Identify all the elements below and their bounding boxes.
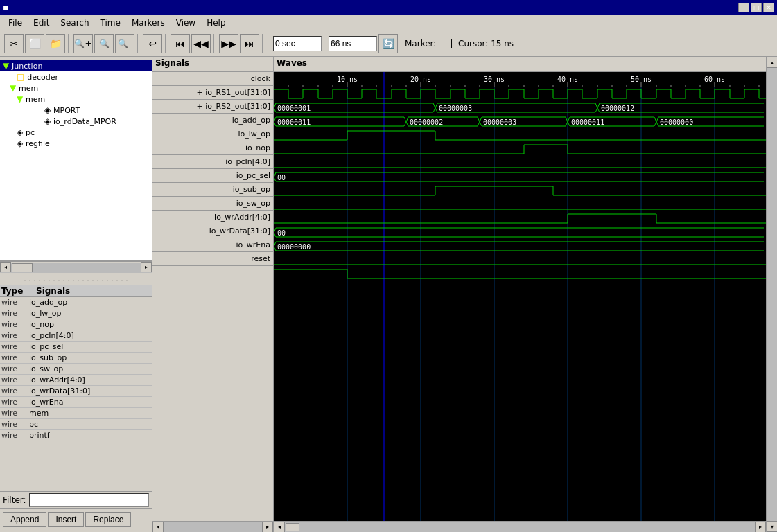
maximize-button[interactable]: □ xyxy=(751,3,762,12)
append-button[interactable]: Append xyxy=(3,512,46,527)
waves-scroll-thumb[interactable] xyxy=(286,523,299,531)
wave-signal-name: io_wrData[31:0] xyxy=(152,224,273,238)
menu-view[interactable]: View xyxy=(171,17,201,29)
waves-scroll-right[interactable]: ▸ xyxy=(755,522,766,533)
signal-name: io_wrAddr[4:0] xyxy=(29,375,150,384)
signal-type: wire xyxy=(1,364,29,373)
end-button[interactable]: ⏭ xyxy=(240,34,259,53)
insert-button[interactable]: Insert xyxy=(48,512,84,527)
signal-row[interactable]: wirepc xyxy=(0,419,152,430)
waves-vtrack[interactable] xyxy=(767,68,777,521)
to-input[interactable] xyxy=(329,36,377,51)
wave-signal-name: io_wrAddr[4:0] xyxy=(152,211,273,224)
sst-scroll-left[interactable]: ◂ xyxy=(0,262,11,273)
tree-item[interactable]: □ decoder xyxy=(0,71,152,82)
open-button[interactable]: 📁 xyxy=(46,34,65,53)
signal-row[interactable]: wireio_add_op xyxy=(0,297,152,308)
from-input[interactable] xyxy=(273,36,322,51)
tree-item[interactable]: ▼ mem xyxy=(0,94,152,105)
waves-canvas-container[interactable] xyxy=(274,72,766,521)
signal-type: wire xyxy=(1,398,29,407)
menu-markers[interactable]: Markers xyxy=(126,17,171,29)
sst-tree[interactable]: ▼ Junction□ decoder▼ mem▼ mem◈ MPORT◈ io… xyxy=(0,60,152,261)
waves-canvas[interactable] xyxy=(274,72,766,521)
replace-button[interactable]: Replace xyxy=(85,512,131,527)
signal-row[interactable]: wireio_sw_op xyxy=(0,364,152,375)
undo-button[interactable]: ↩ xyxy=(143,34,162,53)
sst-hscrollbar[interactable]: ◂ ▸ xyxy=(0,261,152,272)
tree-item[interactable]: ◈ regfile xyxy=(0,138,152,149)
wave-area: Signals clock+ io_RS1_out[31:0]+ io_RS2_… xyxy=(152,57,777,532)
tree-item[interactable]: ◈ io_rdData_MPOR xyxy=(0,116,152,127)
signal-type: wire xyxy=(1,431,29,440)
filter-input[interactable] xyxy=(29,493,149,507)
tree-item[interactable]: ▼ mem xyxy=(0,82,152,94)
zoom-out-button[interactable]: 🔍- xyxy=(115,34,134,53)
tree-item[interactable]: ▼ Junction xyxy=(0,60,152,71)
toolbar-sep1 xyxy=(68,34,71,53)
menu-edit[interactable]: Edit xyxy=(28,17,55,29)
signames-scroll-left[interactable]: ◂ xyxy=(152,522,164,533)
copy-button[interactable]: ⬜ xyxy=(25,34,44,53)
signal-type: wire xyxy=(1,309,29,318)
sst-scroll-thumb[interactable] xyxy=(12,263,33,273)
signal-row[interactable]: wireio_pcIn[4:0] xyxy=(0,330,152,342)
menubar: File Edit Search Time Markers View Help xyxy=(0,15,777,30)
signal-name: io_pc_sel xyxy=(29,342,150,351)
signames-scroll-track[interactable] xyxy=(164,522,262,532)
wave-signal-name: + io_RS1_out[31:0] xyxy=(152,86,273,100)
zoom-in2-button[interactable]: 🔍 xyxy=(94,34,114,53)
menu-help[interactable]: Help xyxy=(201,17,231,29)
sst-dots: . . . . . . . . . . . . . . . . . . . . … xyxy=(0,272,152,285)
signal-row[interactable]: wireio_nop xyxy=(0,319,152,330)
wave-signal-name: io_lw_op xyxy=(152,127,273,141)
wave-signal-name: io_pcIn[4:0] xyxy=(152,155,273,169)
signal-row[interactable]: wireio_pc_sel xyxy=(0,342,152,353)
signal-type: wire xyxy=(1,420,29,429)
col-type: Type xyxy=(1,286,36,296)
waves-vscrollbar[interactable]: ▴ ▾ xyxy=(766,57,777,532)
toolbar-sep4 xyxy=(213,34,216,53)
menu-search[interactable]: Search xyxy=(55,17,94,29)
waves-scroll-left[interactable]: ◂ xyxy=(274,522,285,533)
signal-row[interactable]: wiremem xyxy=(0,408,152,419)
waves-scroll-up[interactable]: ▴ xyxy=(767,57,777,68)
signal-row[interactable]: wireio_wrAddr[4:0] xyxy=(0,375,152,386)
next-button[interactable]: ▶▶ xyxy=(219,34,238,53)
close-button[interactable]: ✕ xyxy=(763,3,774,12)
signal-row[interactable]: wireio_wrData[31:0] xyxy=(0,386,152,397)
refresh-button[interactable]: 🔄 xyxy=(378,34,398,53)
tree-item[interactable]: ◈ MPORT xyxy=(0,105,152,116)
signal-row[interactable]: wireio_lw_op xyxy=(0,308,152,319)
signames-hscrollbar[interactable]: ◂ ▸ xyxy=(152,521,273,532)
wave-signal-name: reset xyxy=(152,252,273,266)
menu-file[interactable]: File xyxy=(3,17,28,29)
zoom-in-button[interactable]: 🔍+ xyxy=(73,34,93,53)
wave-signal-name: io_add_op xyxy=(152,114,273,127)
signal-row[interactable]: wireio_sub_op xyxy=(0,353,152,364)
menu-time[interactable]: Time xyxy=(95,17,126,29)
tree-item[interactable]: ◈ pc xyxy=(0,127,152,138)
signal-type: wire xyxy=(1,409,29,418)
waves-scroll-down[interactable]: ▾ xyxy=(767,521,777,532)
sst-scroll-right[interactable]: ▸ xyxy=(141,262,152,273)
signals-list[interactable]: wireio_add_opwireio_lw_opwireio_nopwirei… xyxy=(0,297,152,491)
toolbar-sep3 xyxy=(165,34,168,53)
wave-signal-name: io_sw_op xyxy=(152,197,273,211)
signames-scroll-right[interactable]: ▸ xyxy=(262,522,273,533)
signal-row[interactable]: wireprintf xyxy=(0,430,152,441)
waves-hscrollbar[interactable]: ◂ ▸ xyxy=(274,521,766,532)
app-icon: ▪ xyxy=(3,3,8,12)
main: ▼ Junction□ decoder▼ mem▼ mem◈ MPORT◈ io… xyxy=(0,57,777,532)
begin-button[interactable]: ⏮ xyxy=(171,34,190,53)
prev-button[interactable]: ◀◀ xyxy=(191,34,211,53)
signal-row[interactable]: wireio_wrEna xyxy=(0,397,152,408)
cut-button[interactable]: ✂ xyxy=(4,34,24,53)
waves-scroll-track[interactable] xyxy=(285,522,755,532)
marker-label: Marker: -- | Cursor: 15 ns xyxy=(405,39,514,48)
toolbar-sep5 xyxy=(262,34,265,53)
minimize-button[interactable]: — xyxy=(738,3,749,12)
signals-columns: Type Signals xyxy=(0,285,152,297)
sst-panel: ▼ Junction□ decoder▼ mem▼ mem◈ MPORT◈ io… xyxy=(0,57,152,532)
sst-scroll-track[interactable] xyxy=(11,263,141,272)
